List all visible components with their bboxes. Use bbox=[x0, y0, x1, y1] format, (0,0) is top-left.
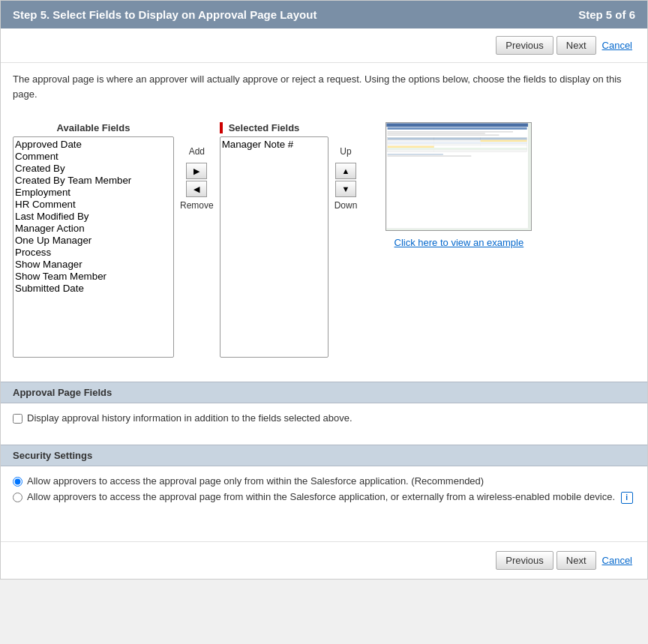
list-item[interactable]: One Up Manager bbox=[15, 235, 172, 247]
list-item[interactable]: Last Modified By bbox=[15, 211, 172, 223]
description-part1: The approval page is where an approver w… bbox=[13, 73, 362, 85]
list-item[interactable]: Show Team Member bbox=[15, 271, 172, 283]
main-content: Available Fields Approved Date Comment C… bbox=[1, 110, 647, 370]
info-icon[interactable]: i bbox=[621, 492, 633, 504]
step-indicator: Step 5 of 6 bbox=[578, 8, 635, 21]
security-radio2-label: Allow approvers to access the approval p… bbox=[27, 491, 633, 504]
security-radio2-row: Allow approvers to access the approval p… bbox=[13, 491, 635, 504]
selected-fields-list[interactable]: Manager Note # bbox=[220, 136, 328, 358]
fields-container: Available Fields Approved Date Comment C… bbox=[13, 122, 635, 358]
list-item[interactable]: Employment bbox=[15, 187, 172, 199]
bottom-next-button[interactable]: Next bbox=[556, 551, 596, 570]
spacer bbox=[1, 517, 647, 529]
top-nav: Previous Next Cancel bbox=[1, 28, 647, 63]
available-fields-list[interactable]: Approved Date Comment Created By Created… bbox=[13, 136, 174, 358]
preview-link[interactable]: Click here to view an example bbox=[394, 237, 524, 248]
description-text: The approval page is where an approver w… bbox=[1, 63, 647, 110]
down-label: Down bbox=[334, 200, 358, 211]
move-down-button[interactable]: ▼ bbox=[335, 181, 356, 197]
approval-fields-section-content: Display approval history information in … bbox=[1, 403, 647, 433]
list-item[interactable]: Manager Note # bbox=[222, 139, 326, 151]
page-header: Step 5. Select Fields to Display on Appr… bbox=[1, 1, 647, 28]
approval-history-row: Display approval history information in … bbox=[13, 412, 635, 424]
bottom-previous-button[interactable]: Previous bbox=[496, 551, 554, 570]
security-radio1-label: Allow approvers to access the approval p… bbox=[27, 475, 484, 487]
page-title: Step 5. Select Fields to Display on Appr… bbox=[13, 8, 316, 21]
transfer-buttons: Add ▶ ◀ Remove bbox=[174, 145, 220, 215]
available-fields-label: Available Fields bbox=[57, 122, 130, 133]
preview-area: Click here to view an example bbox=[386, 122, 532, 248]
top-previous-button[interactable]: Previous bbox=[496, 36, 554, 55]
available-fields-wrapper: Available Fields Approved Date Comment C… bbox=[13, 122, 174, 358]
list-item[interactable]: Created By bbox=[15, 163, 172, 175]
list-item[interactable]: Approved Date bbox=[15, 139, 172, 151]
list-item[interactable]: Created By Team Member bbox=[15, 175, 172, 187]
add-label: Add bbox=[189, 146, 205, 157]
add-button[interactable]: ▶ bbox=[186, 163, 207, 179]
preview-thumbnail bbox=[386, 122, 532, 231]
up-label: Up bbox=[340, 146, 351, 157]
move-buttons: Up ▲ ▼ Down bbox=[328, 145, 364, 215]
list-item[interactable]: Show Manager bbox=[15, 259, 172, 271]
list-item[interactable]: Manager Action bbox=[15, 223, 172, 235]
approval-history-label: Display approval history information in … bbox=[27, 412, 352, 424]
list-item[interactable]: Process bbox=[15, 247, 172, 259]
security-radio1[interactable] bbox=[13, 477, 22, 487]
bottom-nav: Previous Next Cancel bbox=[1, 541, 647, 579]
list-item[interactable]: Submitted Date bbox=[15, 283, 172, 295]
approval-fields-section-header: Approval Page Fields bbox=[1, 382, 647, 403]
selected-fields-label: Selected Fields bbox=[220, 122, 328, 133]
remove-label: Remove bbox=[180, 200, 214, 211]
approval-history-checkbox[interactable] bbox=[13, 414, 22, 424]
remove-button[interactable]: ◀ bbox=[186, 181, 207, 197]
selected-fields-wrapper: Selected Fields Manager Note # bbox=[220, 122, 328, 358]
security-section-header: Security Settings bbox=[1, 445, 647, 466]
security-radio2[interactable] bbox=[13, 493, 22, 502]
move-up-button[interactable]: ▲ bbox=[335, 163, 356, 179]
security-section-content: Allow approvers to access the approval p… bbox=[1, 466, 647, 517]
bottom-cancel-button[interactable]: Cancel bbox=[599, 551, 635, 570]
top-next-button[interactable]: Next bbox=[556, 36, 596, 55]
security-radio1-row: Allow approvers to access the approval p… bbox=[13, 475, 635, 487]
top-cancel-button[interactable]: Cancel bbox=[599, 36, 635, 55]
list-item[interactable]: HR Comment bbox=[15, 199, 172, 211]
list-item[interactable]: Comment bbox=[15, 151, 172, 163]
